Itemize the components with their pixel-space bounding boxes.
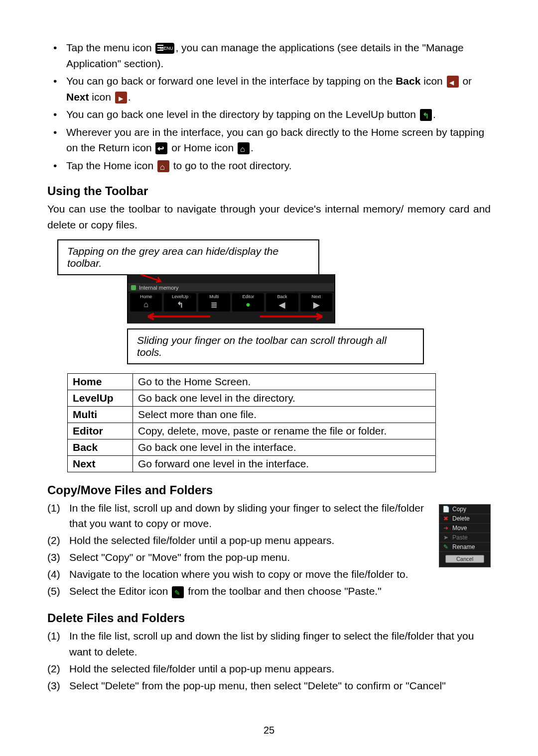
table-value: Go back one level in the directory. — [133, 390, 436, 407]
table-row: LevelUpGo back one level in the director… — [68, 390, 436, 407]
section-heading-copymove: Copy/Move Files and Folders — [47, 483, 491, 497]
table-key: Multi — [68, 407, 133, 423]
table-value: Copy, delete, move, paste or rename the … — [133, 423, 436, 439]
bullet-text: Tap the menu icon — [66, 42, 154, 53]
home-icon: ⌂ — [143, 300, 148, 309]
table-row: NextGo forward one level in the interfac… — [68, 456, 436, 472]
intro-bullet-list: Tap the menu icon , you can manage the a… — [47, 40, 491, 173]
page-number: 25 — [0, 725, 538, 736]
callout-bottom: Sliding your finger on the toolbar can s… — [127, 328, 424, 364]
toolbar-button-label: Editor — [232, 294, 264, 299]
step-number: (2) — [47, 533, 69, 548]
return-icon — [155, 142, 167, 154]
popup-item-label: Copy — [452, 506, 466, 513]
toolbar-button-home: Home⌂ — [130, 293, 162, 312]
move-icon: ➜ — [442, 525, 449, 532]
toolbar-buttons-row: Home⌂ LevelUp↰ Multi≣ Editor● Back◀ Next… — [128, 292, 334, 314]
menu-icon — [155, 43, 174, 54]
toolbar-button-next: Next▶ — [300, 293, 332, 312]
bold-text: Back — [396, 75, 420, 87]
step-item: (4)Navigate to the location where you wi… — [47, 566, 429, 582]
editor-icon — [172, 586, 184, 598]
bullet-item: Wherever you are in the interface, you c… — [47, 124, 491, 156]
levelup-icon — [420, 109, 432, 121]
red-arrows-horizontal — [128, 313, 334, 321]
popup-menu-screenshot: 📄Copy ✖Delete ➜Move ➤Paste ✎Rename Cance… — [439, 504, 491, 567]
table-key: Home — [68, 374, 133, 390]
step-item: (2)Hold the selected file/folder until a… — [47, 661, 491, 676]
popup-item-paste: ➤Paste — [439, 533, 490, 542]
callout-top: Tapping on the grey area can hide/displa… — [57, 239, 319, 275]
back-icon — [447, 76, 459, 88]
bullet-item: Tap the menu icon , you can manage the a… — [47, 40, 491, 71]
table-key: Editor — [68, 423, 133, 439]
bullet-text: Tap the Home icon — [66, 160, 156, 171]
toolbar-header: Internal memory — [128, 283, 334, 292]
copymove-content: (1)In the file list, scroll up and down … — [47, 500, 491, 600]
bullet-text: . — [433, 108, 436, 120]
bullet-text: You can go back one level in the directo… — [66, 108, 419, 120]
levelup-icon: ↰ — [177, 301, 183, 309]
step-item: (1)In the file list, scroll up and down … — [47, 628, 491, 659]
step-number: (1) — [47, 628, 69, 644]
popup-cancel-button: Cancel — [445, 555, 484, 563]
back-icon: ◀ — [279, 301, 285, 309]
copy-icon: 📄 — [442, 506, 449, 513]
section-heading-delete: Delete Files and Folders — [47, 611, 491, 625]
table-value: Go back one level in the interface. — [133, 439, 436, 456]
toolbar-button-label: LevelUp — [164, 294, 196, 299]
bullet-item: You can go back or forward one level in … — [47, 73, 491, 105]
step-item: (5) Select the Editor icon from the tool… — [47, 583, 429, 599]
step-text: Select the Editor icon from the toolbar … — [69, 583, 429, 599]
step-text: In the file list, scroll up and down the… — [69, 628, 491, 659]
popup-item-label: Move — [452, 525, 467, 532]
step-number: (1) — [47, 500, 69, 516]
bullet-text: to go to the root directory. — [173, 160, 292, 171]
section-intro: You can use the toolbar to navigate thro… — [47, 201, 491, 232]
popup-item-copy: 📄Copy — [439, 505, 490, 514]
toolbar-button-label: Next — [300, 294, 332, 299]
next-icon — [115, 92, 127, 104]
document-page: Tap the menu icon , you can manage the a… — [0, 0, 538, 756]
step-text: Navigate to the location where you wish … — [69, 566, 429, 582]
toolbar-diagram: Tapping on the grey area can hide/displa… — [47, 239, 491, 364]
toolbar-button-label: Multi — [198, 294, 230, 299]
step-text: Hold the selected file/folder until a po… — [69, 661, 491, 676]
table-value: Select more than one file. — [133, 407, 436, 423]
delete-steps: (1)In the file list, scroll up and down … — [47, 628, 491, 693]
delete-icon: ✖ — [442, 515, 449, 522]
step-number: (5) — [47, 583, 69, 599]
bold-text: Next — [66, 91, 89, 103]
toolbar-button-back: Back◀ — [266, 293, 298, 312]
toolbar-screenshot: Internal memory Home⌂ LevelUp↰ Multi≣ Ed… — [127, 274, 335, 324]
table-row: MultiSelect more than one file. — [68, 407, 436, 423]
step-number: (4) — [47, 566, 69, 582]
table-key: Back — [68, 439, 133, 456]
step-item: (2)Hold the selected file/folder until a… — [47, 533, 429, 548]
arrow-right-icon — [258, 313, 327, 321]
step-text: In the file list, scroll up and down by … — [69, 500, 429, 531]
multi-icon: ≣ — [211, 301, 217, 309]
table-row: HomeGo to the Home Screen. — [68, 374, 436, 390]
popup-item-delete: ✖Delete — [439, 514, 490, 524]
step-number: (3) — [47, 678, 69, 693]
bullet-text: icon — [89, 91, 114, 103]
editor-icon: ● — [246, 300, 251, 309]
home-root-icon — [157, 160, 169, 172]
toolbar-button-multi: Multi≣ — [198, 293, 230, 312]
toolbar-button-editor: Editor● — [232, 293, 264, 312]
step-item: (3)Select "Delete" from the pop-up menu,… — [47, 678, 491, 693]
toolbar-button-levelup: LevelUp↰ — [164, 293, 196, 312]
bullet-text: Wherever you are in the interface, you c… — [66, 126, 484, 154]
bullet-text: . — [251, 142, 254, 153]
step-text: Select "Copy" or "Move" from the pop-up … — [69, 549, 429, 565]
toolbar-button-label: Back — [266, 294, 298, 299]
table-value: Go forward one level in the interface. — [133, 456, 436, 472]
rename-icon: ✎ — [442, 543, 449, 550]
bullet-text: or Home icon — [171, 142, 237, 153]
step-text-part: from the toolbar and then choose "Paste.… — [188, 585, 381, 597]
paste-icon: ➤ — [442, 534, 449, 541]
table-key: LevelUp — [68, 390, 133, 407]
bullet-text: You can go back or forward one level in … — [66, 75, 396, 87]
step-item: (3)Select "Copy" or "Move" from the pop-… — [47, 549, 429, 565]
